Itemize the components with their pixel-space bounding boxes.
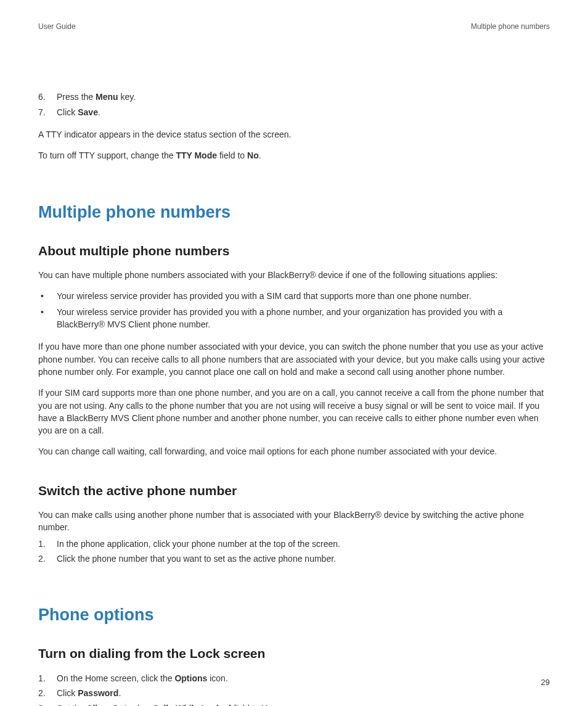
text: Press the: [57, 92, 96, 102]
page-number: 29: [541, 677, 550, 689]
text: Set the: [57, 704, 86, 706]
bullet-item: Your wireless service provider has provi…: [57, 290, 550, 302]
bold: TTY Mode: [176, 150, 217, 160]
switch-step-1: In the phone application, click your pho…: [57, 538, 550, 550]
bold: Yes: [261, 704, 276, 706]
header-left: User Guide: [38, 22, 76, 32]
text: field to: [231, 704, 261, 706]
text: .: [98, 107, 100, 117]
tty-off-note: To turn off TTY support, change the TTY …: [38, 149, 550, 162]
about-para-3: You can change call waiting, call forwar…: [38, 445, 550, 458]
page-header: User Guide Multiple phone numbers: [38, 22, 550, 32]
text: To turn off TTY support, change the: [38, 150, 176, 160]
switch-step-2: Click the phone number that you want to …: [57, 552, 550, 565]
text: key.: [118, 92, 136, 102]
bold: No: [247, 150, 259, 160]
text: .: [276, 704, 279, 706]
text: field to: [217, 150, 247, 160]
header-right: Multiple phone numbers: [471, 22, 550, 32]
subsection-lock-screen-dialing: Turn on dialing from the Lock screen: [38, 644, 550, 663]
lock-step-3: Set the Allow Outgoing Calls While Locke…: [57, 702, 550, 706]
section-heading-phone-options: Phone options: [38, 603, 550, 627]
step-7: Click Save.: [57, 106, 550, 118]
subsection-switch-active: Switch the active phone number: [38, 482, 550, 500]
bold: Save: [78, 107, 98, 117]
switch-intro: You can make calls using another phone n…: [38, 509, 550, 534]
text: .: [118, 688, 121, 698]
about-intro: You can have multiple phone numbers asso…: [38, 269, 550, 281]
bullet-item: Your wireless service provider has provi…: [57, 306, 550, 331]
bold: Options: [174, 673, 207, 683]
text: Click: [57, 107, 78, 117]
section-heading-multiple-phone-numbers: Multiple phone numbers: [38, 200, 550, 224]
lock-step-2: Click Password.: [57, 687, 550, 699]
bold: Menu: [96, 92, 118, 102]
continued-steps: Press the Menu key. Click Save.: [57, 91, 550, 118]
bold: Allow Outgoing Calls While Locked: [86, 704, 231, 706]
provider-situations-list: Your wireless service provider has provi…: [57, 290, 550, 330]
tty-indicator-note: A TTY indicator appears in the device st…: [38, 128, 550, 141]
step-6: Press the Menu key.: [57, 91, 550, 103]
about-para-2: If your SIM card supports more than one …: [38, 387, 550, 437]
lock-step-1: On the Home screen, click the Options ic…: [57, 672, 550, 684]
text: Click: [57, 688, 78, 698]
text: On the Home screen, click the: [57, 673, 174, 683]
lock-screen-steps: On the Home screen, click the Options ic…: [57, 672, 550, 706]
switch-steps: In the phone application, click your pho…: [57, 538, 550, 565]
about-para-1: If you have more than one phone number a…: [38, 340, 550, 378]
text: icon.: [207, 673, 227, 683]
text: .: [259, 150, 261, 160]
bold: Password: [78, 688, 118, 698]
subsection-about-multiple: About multiple phone numbers: [38, 242, 550, 260]
